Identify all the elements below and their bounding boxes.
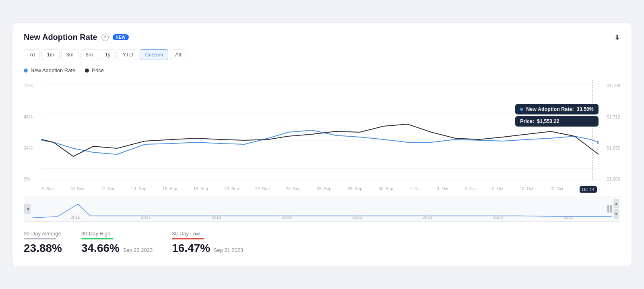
stat-high-date: Sep 23 2023 — [123, 247, 153, 253]
x-label-9: 26. Sep — [317, 186, 331, 193]
y-right-1768: $1,768 — [599, 83, 620, 88]
time-filters: 7d 1m 3m 6m 1y YTD Custom All — [24, 49, 620, 60]
x-label-5: 18. Sep — [194, 186, 208, 193]
stat-avg-label: 30-Day Average — [24, 231, 62, 237]
tooltip-adoption-value: 33.50% — [577, 106, 594, 112]
x-label-11: 30. Sep — [379, 186, 393, 193]
legend-dot-adoption — [24, 69, 28, 73]
x-label-3: 14. Sep — [132, 186, 146, 193]
filter-1y[interactable]: 1y — [100, 49, 116, 60]
handle-bar-2 — [610, 205, 612, 213]
overview-year-2017: 2017 — [141, 215, 151, 220]
overview-strip[interactable]: 2016 2017 2018 2019 2020 2021 2022 2023 … — [24, 196, 620, 222]
x-label-4: 16. Sep — [163, 186, 177, 193]
stat-high-value: 34.66% Sep 23 2023 — [81, 242, 153, 255]
legend-label-adoption: New Adoption Rate — [31, 67, 75, 73]
x-label-12: 2. Oct — [409, 186, 421, 193]
stat-low-number: 16.47% — [172, 242, 210, 254]
y-left-24: 24% — [24, 146, 41, 150]
y-left-48: 48% — [24, 114, 41, 119]
stat-low-date: Sep 21 2023 — [214, 247, 244, 253]
y-right-1600: $1,600 — [599, 177, 620, 181]
legend-dot-price — [85, 69, 89, 73]
y-left-0: 0% — [24, 177, 41, 181]
legend-adoption: New Adoption Rate — [24, 67, 75, 73]
stat-high-underline — [81, 238, 114, 239]
x-label-8: 24. Sep — [286, 186, 301, 193]
x-label-2: 12. Sep — [101, 186, 116, 193]
x-label-7: 22. Sep — [255, 186, 270, 193]
filter-all[interactable]: All — [170, 49, 186, 60]
stat-high-label: 30-Day High — [81, 231, 153, 237]
stat-low-underline — [172, 238, 204, 239]
main-card: New Adoption Rate ? NEW ⬇ 7d 1m 3m 6m 1y… — [12, 23, 632, 266]
tooltip-adoption: New Adoption Rate: 33.50% — [515, 104, 599, 114]
overview-year-2023: 2023 — [564, 215, 573, 220]
stat-low-label: 30-Day Low — [172, 231, 243, 237]
x-label-active: Oct 14 — [580, 186, 597, 193]
overview-year-2016: 2016 — [70, 215, 80, 220]
help-icon[interactable]: ? — [101, 34, 109, 41]
tooltip-price: Price: $1,553.22 — [515, 116, 599, 127]
x-label-15: 8. Oct — [492, 186, 504, 193]
overview-year-2019: 2019 — [282, 215, 291, 220]
new-badge: NEW — [113, 34, 129, 40]
x-label-14: 6. Oct — [464, 186, 476, 193]
filter-ytd[interactable]: YTD — [117, 49, 138, 60]
x-label-16: 10. Oct — [520, 186, 533, 193]
overview-year-2021: 2021 — [423, 215, 432, 220]
y-left-72: 72% — [24, 83, 41, 88]
x-label-6: 20. Sep — [224, 186, 239, 193]
main-chart-svg — [41, 80, 599, 185]
download-icon[interactable]: ⬇ — [614, 33, 620, 42]
stat-30day-low: 30-Day Low 16.47% Sep 21 2023 — [172, 231, 243, 255]
handle-bar-1 — [607, 205, 609, 213]
x-label-17: 12. Oct — [549, 186, 563, 193]
filter-7d[interactable]: 7d — [24, 49, 40, 60]
overview-year-2018: 2018 — [211, 215, 221, 220]
stat-30day-avg: 30-Day Average 23.88% — [24, 231, 62, 255]
filter-6m[interactable]: 6m — [80, 49, 98, 60]
x-label-1: 10. Sep — [70, 186, 85, 193]
header: New Adoption Rate ? NEW ⬇ — [24, 33, 620, 42]
tooltip-container: New Adoption Rate: 33.50% Price: $1,553.… — [515, 104, 599, 127]
svg-point-6 — [597, 140, 599, 144]
stats-row: 30-Day Average 23.88% 30-Day High 34.66%… — [24, 231, 620, 255]
page-title: New Adoption Rate — [24, 33, 97, 42]
overview-right-up[interactable]: ▲ — [613, 199, 619, 208]
tooltip-price-label: Price: — [520, 119, 534, 124]
filter-3m[interactable]: 3m — [61, 49, 79, 60]
tooltip-adoption-dot — [520, 108, 523, 111]
tooltip-price-value: $1,553.22 — [537, 119, 559, 124]
stat-avg-number: 23.88% — [24, 242, 62, 254]
x-axis: 8. Sep 10. Sep 12. Sep 14. Sep 16. Sep 1… — [24, 185, 620, 193]
overview-right-down[interactable]: ▼ — [613, 209, 619, 219]
overview-year-2020: 2020 — [352, 215, 362, 220]
x-label-0: 8. Sep — [41, 186, 54, 193]
overview-year-2022: 2022 — [493, 215, 503, 220]
x-label-13: 4. Oct — [437, 186, 448, 193]
stat-avg-underline — [24, 238, 56, 239]
tooltip-adoption-label: New Adoption Rate: — [526, 106, 574, 112]
header-left: New Adoption Rate ? NEW — [24, 33, 129, 42]
filter-custom[interactable]: Custom — [140, 49, 168, 60]
filter-1m[interactable]: 1m — [41, 49, 59, 60]
chart-legend: New Adoption Rate Price — [24, 67, 620, 73]
legend-label-price: Price — [92, 67, 104, 73]
y-right-1656: $1,656 — [599, 146, 620, 150]
x-label-10: 28. Sep — [348, 186, 362, 193]
stat-avg-value: 23.88% — [24, 242, 62, 255]
legend-price: Price — [85, 67, 104, 73]
stat-high-number: 34.66% — [81, 242, 120, 254]
stat-low-value: 16.47% Sep 21 2023 — [172, 242, 243, 255]
stat-30day-high: 30-Day High 34.66% Sep 23 2023 — [81, 231, 153, 255]
overview-left-arrow[interactable]: ◀ — [24, 204, 31, 214]
y-right-1712: $1,712 — [599, 114, 620, 119]
